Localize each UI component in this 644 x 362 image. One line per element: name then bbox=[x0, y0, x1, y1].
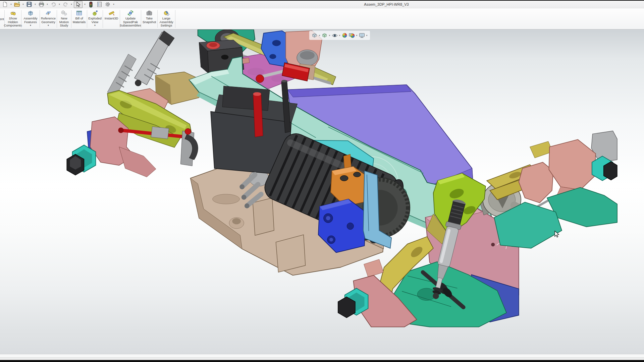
reference-geometry-icon bbox=[45, 10, 52, 16]
ribbon-button-assembly-features[interactable]: Assembly Features ▼ bbox=[21, 9, 40, 29]
appearance-ball-icon bbox=[342, 33, 347, 38]
title-bar: ▾ ▾ ▾ bbox=[0, 1, 644, 8]
ribbon-button-label: Instant3D bbox=[105, 17, 118, 20]
ribbon-button-label: Update SpeedPak Subassemblies bbox=[120, 17, 141, 27]
new-motion-study-icon bbox=[61, 10, 67, 16]
ribbon-separator bbox=[175, 10, 175, 28]
chevron-down-icon[interactable]: ▾ bbox=[356, 34, 358, 37]
save-button[interactable] bbox=[25, 1, 33, 8]
rebuild-traffic-light-icon bbox=[89, 2, 93, 7]
new-document-icon bbox=[2, 2, 8, 7]
chevron-down-icon[interactable]: ▾ bbox=[318, 34, 321, 37]
ribbon-button-label: New Motion Study bbox=[59, 17, 69, 27]
ribbon-button-instant3d[interactable]: Instant3D bbox=[103, 9, 120, 29]
large-assembly-settings-icon bbox=[163, 10, 170, 16]
print-button[interactable] bbox=[38, 1, 45, 8]
update-speedpak-icon bbox=[127, 10, 134, 16]
chevron-down-icon[interactable]: ▾ bbox=[338, 34, 341, 37]
chevron-down-icon[interactable]: ▾ bbox=[328, 34, 331, 37]
chevron-down-icon: ▼ bbox=[47, 24, 49, 26]
display-style-cube-icon bbox=[322, 33, 327, 38]
open-button[interactable] bbox=[13, 1, 21, 8]
ribbon-button-exploded-view[interactable]: Exploded View ▼ bbox=[87, 9, 103, 29]
instant3d-icon bbox=[108, 10, 115, 16]
ribbon-button-update-speedpak[interactable]: Update SpeedPak Subassemblies bbox=[120, 9, 141, 29]
redo-icon bbox=[63, 2, 68, 7]
chevron-down-icon[interactable]: ▾ bbox=[10, 3, 12, 6]
ribbon-button-label: Large Assembly Settings bbox=[159, 17, 173, 27]
chevron-down-icon: ▼ bbox=[30, 24, 32, 26]
ribbon-button-label: Exploded View bbox=[88, 17, 102, 24]
chevron-down-icon[interactable]: ▾ bbox=[34, 3, 37, 6]
chevron-down-icon[interactable]: ▾ bbox=[366, 34, 368, 37]
view-orientation-cube-icon bbox=[312, 33, 317, 38]
ribbon-button-label: Assembly Features bbox=[23, 17, 37, 24]
assembly-features-icon bbox=[27, 10, 34, 16]
ribbon-button-label: Reference Geometry bbox=[41, 17, 56, 24]
bottom-edge bbox=[0, 360, 644, 362]
show-hidden-components-icon bbox=[10, 10, 16, 16]
chevron-down-icon[interactable]: ▾ bbox=[46, 3, 49, 6]
rebuild-button[interactable] bbox=[87, 1, 95, 8]
display-style-button[interactable] bbox=[321, 32, 328, 39]
status-bar bbox=[0, 354, 644, 357]
ribbon-button-show-hidden-components[interactable]: Show Hidden Components bbox=[5, 9, 21, 29]
window-title: Assem_3DP_HPI-WR8_V3 bbox=[364, 2, 409, 6]
ribbon-button-insert-components-clipped[interactable]: ent bbox=[0, 9, 4, 29]
undo-button[interactable] bbox=[50, 1, 57, 8]
file-properties-icon bbox=[97, 2, 102, 7]
assembly-model-3d-view[interactable] bbox=[0, 29, 644, 354]
open-folder-icon bbox=[14, 2, 20, 7]
chevron-down-icon[interactable]: ▾ bbox=[70, 3, 73, 6]
print-icon bbox=[39, 2, 44, 7]
edit-appearance-button[interactable] bbox=[341, 32, 348, 39]
gear-icon bbox=[105, 2, 110, 7]
ribbon-button-bill-of-materials[interactable]: Bill of Materials bbox=[71, 9, 87, 29]
chevron-down-icon[interactable]: ▾ bbox=[22, 3, 24, 6]
status-bar-lower bbox=[0, 357, 644, 360]
bill-of-materials-icon bbox=[76, 10, 83, 16]
ribbon-button-label: Show Hidden Components bbox=[4, 17, 22, 27]
exploded-view-icon bbox=[92, 10, 98, 16]
ribbon-button-take-snapshot[interactable]: Take Snapshot bbox=[141, 9, 157, 29]
model-front-left-suspension[interactable] bbox=[67, 31, 202, 177]
select-arrow-icon bbox=[76, 2, 80, 7]
solidworks-window: ▾ ▾ ▾ bbox=[0, 0, 644, 362]
chevron-down-icon[interactable]: ▾ bbox=[84, 3, 86, 6]
mouse-cursor bbox=[554, 231, 559, 238]
view-orientation-button[interactable] bbox=[311, 32, 318, 39]
apply-scene-icon bbox=[349, 33, 355, 38]
chevron-down-icon[interactable]: ▾ bbox=[112, 3, 115, 6]
apply-scene-button[interactable] bbox=[348, 32, 355, 39]
new-document-button[interactable] bbox=[1, 1, 9, 8]
options-button[interactable] bbox=[104, 1, 111, 8]
heads-up-toolbar: ▾ ▾ ▾ bbox=[309, 31, 370, 40]
eye-icon bbox=[332, 33, 338, 38]
file-properties-button[interactable] bbox=[96, 1, 103, 8]
ribbon-button-label: Take Snapshot bbox=[143, 17, 156, 24]
ribbon-button-large-assembly-settings[interactable]: Large Assembly Settings bbox=[158, 9, 175, 29]
select-tool-button[interactable] bbox=[74, 1, 83, 8]
undo-icon bbox=[51, 2, 56, 7]
ribbon-button-label: Bill of Materials bbox=[73, 17, 86, 24]
view-settings-button[interactable] bbox=[359, 32, 365, 39]
monitor-icon bbox=[359, 33, 365, 38]
command-manager-ribbon: ent Show Hidden Components bbox=[0, 9, 644, 29]
ribbon-button-label: ent bbox=[0, 17, 4, 21]
take-snapshot-icon bbox=[146, 10, 153, 16]
chevron-down-icon: ▼ bbox=[94, 24, 96, 26]
chevron-down-icon[interactable]: ▾ bbox=[58, 3, 61, 6]
save-icon bbox=[26, 2, 32, 7]
quick-access-toolbar: ▾ ▾ ▾ bbox=[0, 1, 115, 8]
hide-show-items-button[interactable] bbox=[331, 32, 338, 39]
ribbon-button-new-motion-study[interactable]: New Motion Study bbox=[57, 9, 71, 29]
ribbon-button-reference-geometry[interactable]: Reference Geometry ▼ bbox=[40, 9, 57, 29]
graphics-area[interactable]: ▾ ▾ ▾ bbox=[0, 29, 644, 354]
redo-button[interactable] bbox=[62, 1, 69, 8]
